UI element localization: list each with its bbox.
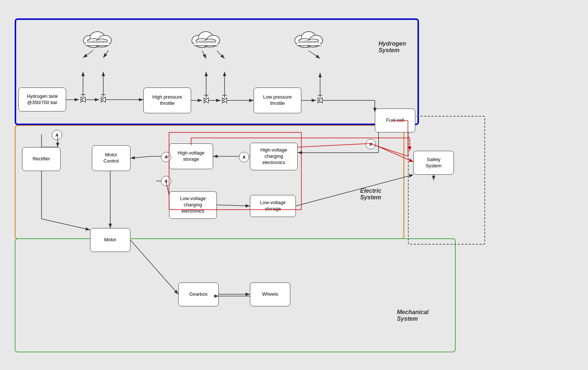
high-pressure-throttle-box: High pressurethrottle [143, 88, 191, 113]
ammeter-3: A [239, 152, 249, 162]
low-voltage-storage-box: Low-voltagestorage [250, 195, 296, 217]
high-voltage-storage-box: High-voltagestorage [169, 143, 213, 169]
hydrogen-system-label: HydrogenSystem [379, 40, 406, 54]
safety-system-box: SafetySystem [413, 151, 454, 175]
wheels-box: Wheels [250, 282, 290, 306]
electric-system-boundary [15, 125, 404, 239]
low-voltage-charging-box: Low-voltagechargingelectronics [169, 191, 217, 219]
svg-text:Environment: Environment [298, 40, 319, 44]
ammeter-1: A [52, 130, 62, 140]
safety-system-boundary [408, 116, 485, 245]
motor-control-box: MotorControl [92, 145, 130, 171]
environment-cloud-3: Environment [290, 26, 327, 50]
environment-cloud-1: Environment [79, 26, 116, 50]
low-pressure-throttle-box: Low pressurethrottle [254, 88, 301, 113]
svg-text:Environment: Environment [87, 40, 108, 44]
high-voltage-charging-box: High-voltagechargingelectronics [250, 143, 298, 170]
motor-box: Motor [90, 228, 130, 252]
ammeter-5: A [161, 176, 171, 186]
hydrogen-tank-box: Hydrogen tank@350/700 bar [18, 88, 66, 111]
mechanical-system-label: MechanicalSystem [397, 309, 429, 322]
rectifier-box: Rectifier [22, 147, 61, 171]
ammeter-2: A [161, 152, 171, 162]
environment-cloud-2: Environment [187, 26, 224, 50]
electric-system-label: ElectricSystem [360, 188, 381, 201]
gearbox-box: Gearbox [178, 282, 219, 306]
mechanical-system-boundary [15, 238, 456, 352]
svg-text:Environment: Environment [196, 40, 216, 44]
ammeter-4: A [366, 139, 376, 149]
fuel-cell-box: Fuel cell [375, 108, 415, 132]
